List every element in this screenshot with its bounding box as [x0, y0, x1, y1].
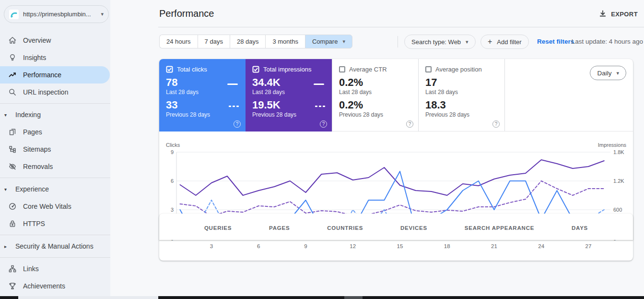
plus-icon: +: [488, 37, 492, 46]
sidebar-item-sitemaps[interactable]: Sitemaps: [0, 141, 110, 158]
home-icon: [8, 36, 17, 45]
pages-icon: [8, 128, 17, 136]
metric-current-value: 0.2%: [339, 76, 411, 89]
search-icon: [8, 88, 17, 96]
links-icon: [8, 264, 17, 273]
chevron-down-icon: ▾: [4, 112, 11, 118]
bottom-edge-bar: [0, 296, 644, 299]
tab-countries[interactable]: COUNTRIES: [327, 223, 363, 231]
checkbox-unchecked-icon[interactable]: [339, 66, 345, 72]
sidebar-nav: OverviewInsightsPerformanceURL inspectio…: [0, 32, 110, 295]
checkbox-unchecked-icon[interactable]: [425, 66, 432, 72]
sidebar-divider: [0, 257, 110, 258]
date-range-28-days[interactable]: 28 days: [230, 35, 266, 48]
sidebar-divider: [0, 235, 110, 235]
help-icon[interactable]: ?: [492, 120, 500, 128]
help-icon[interactable]: ?: [320, 120, 327, 128]
metric-card-average-position[interactable]: Average position 17 Last 28 days 18.3 Pr…: [418, 59, 504, 132]
sitemaps-icon: [8, 145, 17, 154]
date-range-3-months[interactable]: 3 months: [265, 35, 304, 48]
chevron-down-icon: ▾: [342, 39, 345, 44]
compare-button[interactable]: Compare ▾: [305, 35, 352, 48]
chevron-down-icon: ▾: [616, 71, 619, 76]
date-range-7-days[interactable]: 7 days: [198, 35, 230, 48]
solid-line-legend-icon: [227, 84, 238, 85]
svg-text:27: 27: [585, 243, 592, 249]
sidebar-item-pages[interactable]: Pages: [0, 123, 110, 141]
checkbox-checked-icon[interactable]: [166, 66, 173, 73]
sidebar-item-url-inspection[interactable]: URL inspection: [0, 84, 110, 101]
property-url: https://primesbplumbin...: [23, 11, 96, 18]
svg-text:Impressions: Impressions: [598, 142, 627, 148]
sidebar-item-label: Sitemaps: [23, 145, 51, 153]
lightbulb-icon: [8, 53, 17, 62]
sidebar-item-label: Overview: [23, 36, 51, 44]
sidebar-item-label: Security & Manual Actions: [15, 242, 94, 250]
sidebar-item-label: Core Web Vitals: [23, 203, 71, 210]
svg-text:1.8K: 1.8K: [613, 149, 624, 155]
help-icon[interactable]: ?: [234, 120, 241, 128]
sidebar-item-label: Achievements: [23, 282, 65, 290]
help-icon[interactable]: ?: [406, 120, 413, 128]
tab-devices[interactable]: DEVICES: [400, 223, 427, 231]
sidebar-item-label: Pages: [23, 128, 42, 136]
svg-text:3: 3: [210, 243, 213, 249]
sidebar-item-https[interactable]: HTTPS: [0, 215, 110, 232]
metric-previous-value: 33: [166, 99, 239, 111]
filter-separator: [398, 36, 398, 48]
svg-text:6: 6: [257, 243, 260, 249]
dashed-line-legend-icon: [315, 106, 325, 107]
add-filter-button[interactable]: + Add filter: [480, 35, 529, 49]
reset-filters-link[interactable]: Reset filters: [537, 38, 574, 45]
metric-current-value: 17: [425, 76, 498, 89]
tab-pages[interactable]: PAGES: [269, 223, 290, 231]
sidebar-item-core-web-vitals[interactable]: Core Web Vitals: [0, 198, 110, 215]
metric-card-total-clicks[interactable]: Total clicks 78 Last 28 days 33 Previous…: [159, 59, 246, 132]
svg-text:21: 21: [491, 243, 497, 249]
granularity-dropdown[interactable]: Daily ▾: [590, 66, 626, 80]
performance-chart[interactable]: ClicksImpressions036906001.2K1.8K3691215…: [159, 139, 633, 259]
svg-text:12: 12: [350, 243, 356, 249]
sidebar-item-achievements[interactable]: Achievements: [0, 277, 110, 295]
header-divider: [158, 27, 644, 27]
download-icon: [598, 10, 607, 18]
metric-card-average-ctr[interactable]: Average CTR 0.2% Last 28 days 0.2% Previ…: [332, 59, 418, 132]
tab-search-appearance[interactable]: SEARCH APPEARANCE: [465, 223, 534, 231]
filter-row: 24 hours 7 days 28 days 3 months Compare…: [159, 35, 644, 49]
date-range-24-hours[interactable]: 24 hours: [159, 35, 198, 48]
svg-text:600: 600: [613, 207, 622, 213]
sidebar-item-overview[interactable]: Overview: [0, 32, 110, 49]
trending-up-icon: [8, 71, 17, 79]
chevron-down-icon: ▾: [101, 12, 104, 17]
sidebar-item-label: URL inspection: [23, 88, 68, 96]
solid-line-legend-icon: [314, 84, 324, 85]
scrollbar-thumb[interactable]: [344, 296, 363, 299]
tab-days[interactable]: DAYS: [572, 223, 588, 231]
sidebar-section-indexing[interactable]: ▾Indexing: [0, 106, 110, 123]
cards-row-filler: Daily ▾: [504, 59, 633, 131]
sidebar-item-label: Experience: [15, 185, 49, 193]
property-selector[interactable]: https://primesbplumbin... ▾: [4, 5, 109, 23]
svg-text:24: 24: [538, 243, 544, 249]
sidebar: https://primesbplumbin... ▾ OverviewInsi…: [0, 0, 110, 296]
search-type-filter[interactable]: Search type: Web ▾: [404, 35, 476, 49]
export-button[interactable]: EXPORT: [598, 10, 638, 18]
tab-queries[interactable]: QUERIES: [204, 223, 232, 231]
sidebar-item-links[interactable]: Links: [0, 260, 110, 277]
sidebar-item-label: Links: [23, 265, 39, 273]
svg-text:18: 18: [444, 243, 450, 249]
sidebar-section-experience[interactable]: ▾Experience: [0, 180, 110, 198]
metric-card-total-impressions[interactable]: Total impressions 34.4K Last 28 days 19.…: [246, 59, 332, 132]
svg-text:9: 9: [304, 243, 307, 249]
sidebar-item-label: Performance: [23, 71, 61, 79]
sidebar-item-removals[interactable]: Removals: [0, 158, 110, 175]
svg-text:6: 6: [171, 178, 174, 184]
svg-text:1.2K: 1.2K: [613, 178, 624, 184]
svg-text:15: 15: [397, 243, 403, 249]
sidebar-item-insights[interactable]: Insights: [0, 49, 110, 66]
sidebar-section-security-and-manual-actions[interactable]: ▸Security & Manual Actions: [0, 238, 110, 255]
sidebar-item-label: HTTPS: [23, 220, 45, 227]
svg-text:9: 9: [171, 149, 174, 155]
sidebar-item-performance[interactable]: Performance: [0, 66, 110, 84]
checkbox-checked-icon[interactable]: [252, 66, 259, 73]
